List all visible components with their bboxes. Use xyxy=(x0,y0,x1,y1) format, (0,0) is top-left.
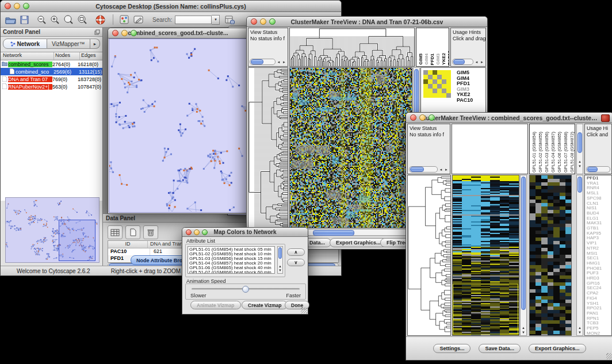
tv2-column-dendrogram[interactable] xyxy=(452,124,528,174)
zoom-button[interactable] xyxy=(202,229,208,235)
attribute-browser-icon[interactable] xyxy=(225,15,235,24)
tv1-heatmap[interactable] xyxy=(289,67,412,228)
close-button[interactable] xyxy=(410,114,416,121)
help-lifering-icon[interactable] xyxy=(95,15,105,25)
tv2-heatmap-scrollbar[interactable]: ▲ ▼ xyxy=(520,175,527,336)
scroll-arrows[interactable]: ◄ ► xyxy=(438,168,449,171)
slider-thumb[interactable] xyxy=(242,286,249,293)
main-titlebar[interactable]: Cytoscape Desktop (Session Name: collins… xyxy=(1,1,341,12)
network-nodes: 563(0) xyxy=(52,84,78,90)
zoom-button[interactable] xyxy=(429,114,435,121)
network-row[interactable]: DNA and Tran 07 769(0) 183728(0) xyxy=(1,75,102,83)
col-header-edges[interactable]: Edges xyxy=(80,52,102,60)
id-column-header[interactable]: ID xyxy=(108,241,148,248)
usage-hints-text: Click and xyxy=(585,132,611,138)
treeview1-titlebar[interactable]: ClusterMaker TreeView : DNA and Tran 07-… xyxy=(247,17,487,27)
annotation-icon[interactable] xyxy=(133,16,143,24)
resize-grip[interactable] xyxy=(606,353,612,359)
save-icon[interactable] xyxy=(20,16,29,24)
zoom-button[interactable] xyxy=(23,3,29,9)
usage-hints-title: Usage Hi xyxy=(585,124,611,132)
tab-network[interactable]: Network xyxy=(3,39,47,49)
usage-hints-scrollbar[interactable] xyxy=(586,166,610,173)
scroll-arrows[interactable]: ◄ ► xyxy=(473,60,484,64)
usage-hints-scrollbar[interactable]: ◄ ► xyxy=(452,59,484,65)
close-button[interactable] xyxy=(5,3,11,9)
tv1-export-graphics-button[interactable]: Export Graphics... xyxy=(330,238,387,247)
attribute-list[interactable]: GPL51-01 (GSM854) heat shock 05 minGPL51… xyxy=(188,246,275,274)
col-header-network[interactable]: Network xyxy=(1,52,54,60)
animate-vizmap-button[interactable]: Animate Vizmap xyxy=(190,301,241,309)
search-dropdown-button[interactable]: ▼ xyxy=(212,15,220,25)
network-row-selected[interactable]: combined_sco 2569(6) 13112(15) xyxy=(1,68,102,75)
tv2-heatmap[interactable] xyxy=(452,175,519,336)
minimize-button[interactable] xyxy=(260,18,266,25)
open-file-icon[interactable] xyxy=(5,16,16,24)
tv2-save-data-button[interactable]: Save Data... xyxy=(479,344,521,353)
tv1-row-dendrogram[interactable] xyxy=(248,67,288,228)
close-button[interactable] xyxy=(186,229,192,235)
list-item: GPL51-07 (GSM868) heat shock 60 min xyxy=(189,270,274,274)
search-input[interactable] xyxy=(175,16,212,24)
matrix-cell xyxy=(437,93,442,98)
resize-grip[interactable] xyxy=(301,307,307,313)
tv2-settings-button[interactable]: Settings... xyxy=(433,344,471,353)
close-button[interactable] xyxy=(112,30,118,36)
minimize-button[interactable] xyxy=(419,114,426,121)
tv2-top-scrollbar[interactable]: ▲ ▼ xyxy=(576,124,583,174)
matrix-cell xyxy=(446,84,451,89)
minimize-button[interactable] xyxy=(14,3,20,9)
col-header-nodes[interactable]: Nodes xyxy=(54,52,80,60)
matrix-cell xyxy=(433,89,437,93)
tv2-gene-labels[interactable]: PFD1YRA1RNR4MSL1SPC98CLN1NIS1BUD4ELG1MAK… xyxy=(584,175,612,336)
tv1-column-dendrogram[interactable] xyxy=(289,28,415,67)
tab-overflow-button[interactable]: ► xyxy=(90,39,100,49)
vizmapper-icon[interactable] xyxy=(120,15,129,24)
move-up-button[interactable]: ∧ xyxy=(287,248,305,256)
dialog-titlebar[interactable]: Map Colors to Network xyxy=(182,228,308,237)
delete-attribute-trash-icon[interactable] xyxy=(143,225,158,239)
attribute-select-icon[interactable] xyxy=(108,225,123,239)
tv2-export-graphics-button[interactable]: Export Graphics... xyxy=(529,344,586,353)
animation-speed-slider[interactable] xyxy=(192,288,300,290)
move-down-button[interactable]: ∨ xyxy=(287,259,305,266)
minimize-button[interactable] xyxy=(194,229,200,235)
tv2-view-status-panel: View Status No status info f ◄ ► xyxy=(407,124,450,174)
close-button[interactable] xyxy=(251,18,257,25)
zoom-button[interactable] xyxy=(269,18,276,25)
network-row[interactable]: combined_scores 2764(0) 16218(0) xyxy=(1,60,102,68)
tv1-zoom-matrix[interactable] xyxy=(423,70,451,98)
network-graph-canvas[interactable] xyxy=(109,39,247,212)
view-status-scrollbar[interactable]: ◄ ► xyxy=(250,59,286,65)
attribute-list-scrollbar[interactable]: ▲ ▼ xyxy=(277,246,283,274)
slower-label: Slower xyxy=(190,293,206,298)
tv2-zoom-heatmap[interactable] xyxy=(529,175,572,336)
zoom-out-icon[interactable] xyxy=(37,15,47,24)
zoom-in-icon[interactable] xyxy=(50,15,60,24)
minimize-button[interactable] xyxy=(121,30,128,36)
zoom-fit-icon[interactable] xyxy=(63,15,74,24)
tv1-column-labels[interactable]: GIM5GIM4PFD1GIM3YKE2PAC10 xyxy=(416,28,449,67)
tv2-genelist-scrollbar[interactable]: ▲ ▼ xyxy=(576,175,583,336)
birdseye-viewport-rect[interactable] xyxy=(59,220,95,261)
view-status-scrollbar[interactable]: ◄ ► xyxy=(409,166,449,173)
treeview2-titlebar[interactable]: ClusterMaker TreeView : combined_scores_… xyxy=(406,113,612,123)
zoom-button[interactable] xyxy=(131,30,137,36)
app-badge-icon xyxy=(601,114,610,122)
tab-vizmapper[interactable]: VizMapper™ xyxy=(47,39,91,49)
list-item: YKE2 xyxy=(441,53,446,65)
zoom-selected-icon[interactable] xyxy=(77,15,87,24)
network-view-titlebar[interactable]: combined_scores_good.txt--cluste... xyxy=(108,28,248,39)
dialog-title: Map Colors to Network xyxy=(196,229,294,235)
float-panel-icon[interactable] xyxy=(94,27,100,37)
tv2-row-dendrogram[interactable] xyxy=(407,175,451,336)
new-attribute-icon[interactable] xyxy=(125,225,140,239)
scroll-arrows[interactable]: ◄ ► xyxy=(276,60,286,64)
matrix-cell xyxy=(437,84,442,89)
view-status-text: No status info f xyxy=(248,36,288,42)
birdseye-panel[interactable] xyxy=(5,197,100,263)
tv1-row-labels[interactable]: GIM5GIM4PFD1GIM3YKE2PAC10 xyxy=(457,70,473,103)
network-row[interactable]: RNAPuberNov2+| 563(0) 107847(0) xyxy=(1,83,102,90)
tv2-column-labels[interactable]: GPL51-01 (GSM854)GPL51-02 (GSM855)GPL51-… xyxy=(529,124,575,174)
create-vizmap-button[interactable]: Create Vizmap xyxy=(242,301,288,309)
